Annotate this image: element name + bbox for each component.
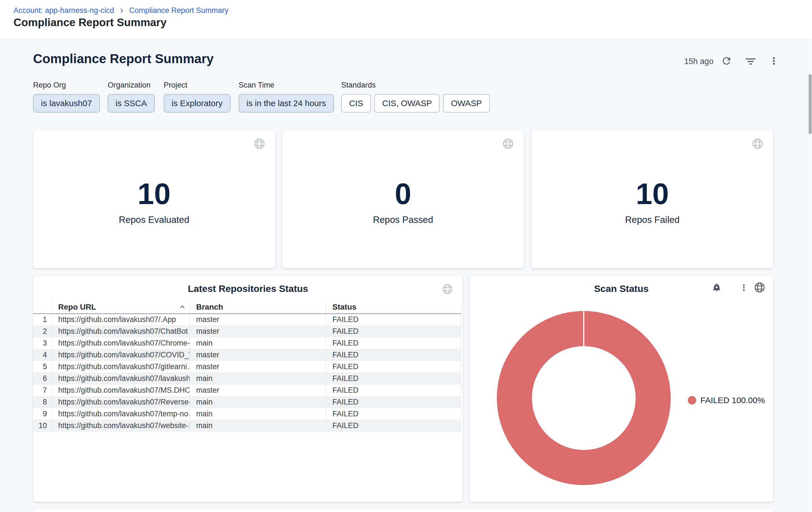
filter-group-repo-org: Repo Org is lavakush07 [33,81,100,113]
status-cell: FAILED [326,314,461,325]
filter-group-scan-time: Scan Time is in the last 24 hours [239,81,334,113]
repo-url-cell: https://github.com/lavakush07/Chrome-… [52,337,190,349]
filter-label: Scan Time [239,81,334,89]
status-cell: FAILED [326,396,461,408]
filter-group-project: Project is Exploratory [164,81,230,113]
latest-repositories-panel: Latest Repositories Status Repo URL Bran… [33,276,463,502]
row-number: 3 [33,337,52,349]
branch-cell: master [190,361,326,373]
filter-icon [745,55,757,68]
filter-group-organization: Organization is SSCA [108,81,155,113]
row-number: 6 [33,373,52,384]
branch-cell: main [190,396,326,408]
repo-url-cell: https://github.com/lavakush07/MS.DHO… [52,384,190,396]
table-row: 1 https://github.com/lavakush07/.App mas… [33,314,461,325]
status-cell: FAILED [326,408,461,420]
refresh-button[interactable] [721,55,732,68]
legend-failed-dot [688,396,696,404]
filter-chip-standards-cis-owasp[interactable]: CIS, OWASP [374,94,440,113]
table-row: 8 https://github.com/lavakush07/Reverse-… [33,396,461,408]
dashboard-actions: 15h ago [684,53,785,69]
stat-card-repos-failed: 10 Repos Failed [531,130,773,268]
branch-cell: main [190,337,326,349]
table-row: 7 https://github.com/lavakush07/MS.DHO… … [33,384,461,396]
row-number-column-header [33,301,52,314]
stat-value: 10 [33,177,275,211]
table-header-row: Repo URL Branch Status [33,301,461,314]
repo-url-cell: https://github.com/lavakush07/COVID_T… [52,349,190,361]
filter-label: Repo Org [33,81,100,89]
table-row: 3 https://github.com/lavakush07/Chrome-…… [33,337,461,349]
branch-cell: main [190,373,326,384]
donut-segment-divider [583,311,584,346]
last-updated-label: 15h ago [684,57,714,66]
kebab-menu-icon [769,56,779,66]
column-header-repo-url[interactable]: Repo URL [52,301,190,314]
row-number: 1 [33,314,52,325]
filter-label: Standards [341,81,490,89]
page-header: Account: app-harness-ng-cicd Compliance … [0,0,812,39]
tile-menu-button[interactable] [740,283,748,293]
filter-chip-project[interactable]: is Exploratory [164,94,230,113]
repo-url-cell: https://github.com/lavakush07/Reverse-… [52,396,190,408]
status-cell: FAILED [326,337,461,349]
dashboard-menu-button[interactable] [769,56,779,66]
row-number: 9 [33,408,52,420]
repo-url-cell: https://github.com/lavakush07/ChatBot [52,325,190,337]
repo-url-cell: https://github.com/lavakush07/temp-no… [52,408,190,420]
filter-chip-repo-org[interactable]: is lavakush07 [33,94,100,113]
breadcrumb-account-link[interactable]: Account: app-harness-ng-cicd [13,6,114,15]
globe-icon [754,281,765,294]
dashboard-title: Compliance Report Summary [33,51,214,66]
column-header-status[interactable]: Status [326,301,461,314]
branch-cell: master [190,325,326,337]
filter-chip-standards-cis[interactable]: CIS [341,94,371,113]
branch-cell: main [190,420,326,431]
breadcrumb-page-link[interactable]: Compliance Report Summary [129,6,229,15]
stat-label: Repos Evaluated [33,214,275,225]
page-title: Compliance Report Summary [13,16,167,29]
status-cell: FAILED [326,361,461,373]
branch-cell: master [190,349,326,361]
filter-chip-standards-owasp[interactable]: OWASP [443,94,490,113]
repo-url-cell: https://github.com/lavakush07/.App [52,314,190,325]
legend-failed-label: FAILED 100.00% [700,396,765,405]
table-row: 4 https://github.com/lavakush07/COVID_T…… [33,349,461,361]
alert-bell-button[interactable] [712,283,722,294]
vertical-scrollbar-track[interactable] [808,39,812,512]
refresh-icon [721,55,732,68]
stat-label: Repos Passed [282,214,524,225]
row-number: 4 [33,349,52,361]
filter-group-standards: Standards CIS CIS, OWASP OWASP [341,81,490,113]
row-number: 7 [33,384,52,396]
row-number: 5 [33,361,52,373]
status-cell: FAILED [326,349,461,361]
stat-value: 0 [282,177,524,211]
filter-chip-organization[interactable]: is SSCA [108,94,155,113]
next-panel-partial [33,509,773,512]
vertical-scrollbar-thumb[interactable] [809,74,812,134]
row-number: 10 [33,420,52,431]
stat-card-repos-evaluated: 10 Repos Evaluated [33,130,275,268]
table-row: 9 https://github.com/lavakush07/temp-no…… [33,408,461,420]
branch-cell: main [190,408,326,420]
filter-toggle-button[interactable] [745,55,757,68]
filter-chip-scan-time[interactable]: is in the last 24 hours [239,94,334,113]
table-row: 6 https://github.com/lavakush07/lavakush… [33,373,461,384]
globe-icon [253,138,265,151]
globe-icon [502,138,514,151]
kebab-menu-icon [740,283,748,293]
status-cell: FAILED [326,325,461,337]
row-number: 8 [33,396,52,408]
scan-status-panel: Scan Status FAILED 100.00% [469,276,773,502]
filter-label: Project [164,81,230,89]
column-header-branch[interactable]: Branch [190,301,326,314]
table-panel-title: Latest Repositories Status [33,283,463,294]
table-row: 2 https://github.com/lavakush07/ChatBot … [33,325,461,337]
stat-value: 10 [531,177,773,211]
status-cell: FAILED [326,373,461,384]
table-row: 5 https://github.com/lavakush07/gitlearn… [33,361,461,373]
chart-legend: FAILED 100.00% [688,396,765,405]
status-cell: FAILED [326,420,461,431]
sort-ascending-icon [179,304,185,311]
